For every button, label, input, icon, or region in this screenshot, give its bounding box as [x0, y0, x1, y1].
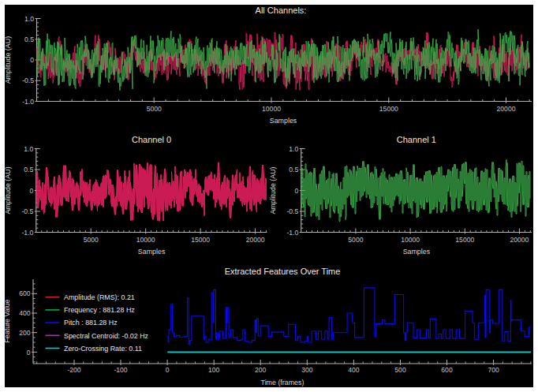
svg-text:15000: 15000 [455, 236, 474, 244]
svg-text:Channel 1: Channel 1 [397, 135, 436, 144]
svg-text:600: 600 [19, 289, 31, 297]
svg-text:700: 700 [488, 366, 499, 374]
svg-text:15000: 15000 [379, 105, 398, 113]
svg-text:Samples: Samples [138, 248, 166, 256]
svg-text:5000: 5000 [147, 105, 162, 113]
svg-text:-200: -200 [67, 366, 80, 374]
svg-text:0: 0 [166, 366, 170, 374]
svg-text:400: 400 [19, 309, 31, 317]
svg-text:Spectral Centroid: -0.02 Hz: Spectral Centroid: -0.02 Hz [64, 332, 148, 340]
svg-text:Amplitude (RMS): 0.21: Amplitude (RMS): 0.21 [64, 293, 135, 301]
svg-text:20000: 20000 [246, 236, 265, 244]
svg-text:Amplitude (AU): Amplitude (AU) [4, 36, 12, 84]
svg-text:-0.5: -0.5 [22, 77, 34, 84]
svg-text:0: 0 [30, 187, 34, 195]
svg-text:300: 300 [301, 366, 313, 374]
svg-text:10000: 10000 [136, 236, 155, 244]
svg-text:100: 100 [208, 366, 220, 374]
svg-text:Samples: Samples [403, 248, 431, 256]
svg-text:600: 600 [441, 366, 453, 374]
svg-text:-100: -100 [114, 366, 127, 374]
svg-text:0.5: 0.5 [289, 166, 298, 174]
svg-text:10000: 10000 [401, 236, 420, 244]
svg-text:5000: 5000 [348, 236, 363, 244]
svg-text:400: 400 [348, 366, 360, 374]
svg-text:5000: 5000 [84, 236, 99, 244]
svg-text:500: 500 [394, 366, 406, 374]
svg-text:All Channels:: All Channels: [256, 6, 307, 15]
svg-text:-1.0: -1.0 [21, 229, 33, 237]
svg-text:-1.0: -1.0 [286, 229, 298, 237]
svg-text:Amplitude (AU): Amplitude (AU) [269, 166, 277, 214]
svg-text:200: 200 [255, 366, 267, 374]
svg-text:0: 0 [294, 187, 298, 195]
svg-text:200: 200 [19, 329, 31, 337]
svg-text:Amplitude (AU): Amplitude (AU) [4, 166, 12, 214]
svg-text:-0.5: -0.5 [286, 207, 298, 215]
svg-text:-1.0: -1.0 [22, 98, 34, 106]
svg-text:0: 0 [27, 349, 31, 357]
svg-text:Time (frames): Time (frames) [261, 379, 304, 386]
svg-text:1.0: 1.0 [24, 15, 34, 23]
svg-text:Channel 0: Channel 0 [132, 135, 171, 144]
svg-text:1.0: 1.0 [24, 145, 33, 153]
svg-text:Frequency : 881.28 Hz: Frequency : 881.28 Hz [64, 306, 135, 314]
svg-text:0: 0 [30, 56, 34, 64]
svg-text:0.5: 0.5 [24, 166, 33, 174]
svg-text:Feature Value: Feature Value [3, 299, 11, 342]
svg-text:20000: 20000 [497, 105, 516, 113]
svg-text:-0.5: -0.5 [21, 207, 33, 215]
svg-text:0.5: 0.5 [24, 35, 34, 43]
svg-text:1.0: 1.0 [289, 145, 298, 153]
svg-text:Zero-Crossing Rate: 0.11: Zero-Crossing Rate: 0.11 [64, 345, 142, 353]
svg-text:Extracted Features Over Time: Extracted Features Over Time [225, 267, 341, 276]
svg-text:15000: 15000 [191, 236, 210, 244]
svg-text:Pitch : 881.28 Hz: Pitch : 881.28 Hz [64, 319, 118, 327]
svg-text:20000: 20000 [510, 236, 529, 244]
svg-text:10000: 10000 [262, 105, 281, 113]
svg-text:Samples: Samples [270, 117, 297, 125]
